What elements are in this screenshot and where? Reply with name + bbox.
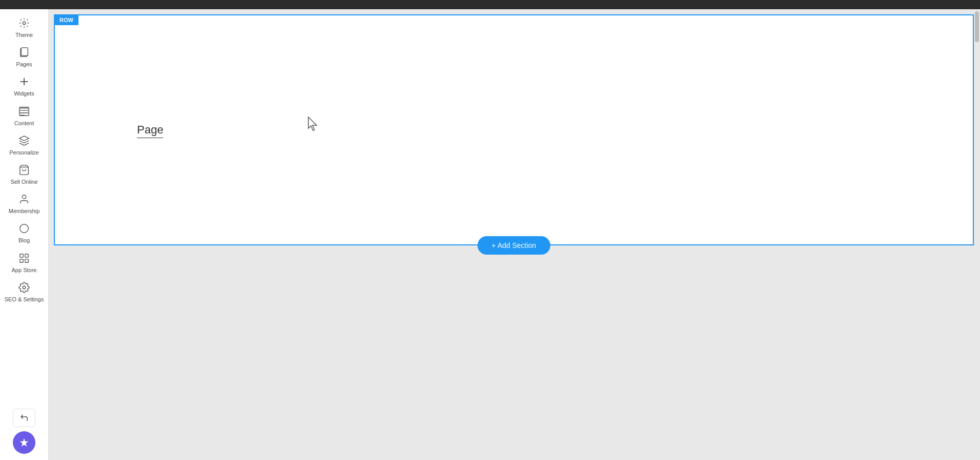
row-badge: ROW — [54, 15, 79, 25]
sidebar-item-sell-online-label: Sell Online — [10, 179, 37, 185]
sidebar-item-theme-label: Theme — [15, 32, 33, 39]
sidebar-item-widgets[interactable]: Widgets — [0, 72, 48, 101]
sidebar-item-seo-settings-label: SEO & Settings — [5, 296, 44, 303]
blog-icon — [18, 223, 30, 236]
svg-rect-11 — [20, 259, 23, 262]
sidebar-item-blog-label: Blog — [18, 237, 30, 244]
svg-point-7 — [22, 195, 26, 199]
sidebar-item-content-label: Content — [14, 120, 34, 127]
svg-rect-12 — [25, 259, 28, 262]
widgets-icon — [18, 76, 30, 89]
sidebar-item-sell-online[interactable]: Sell Online — [0, 160, 48, 189]
sidebar: Theme Pages Widgets Content — [0, 9, 49, 460]
svg-point-13 — [23, 286, 26, 289]
sidebar-item-personalize-label: Personalize — [9, 149, 38, 156]
undo-button[interactable] — [13, 409, 35, 427]
sidebar-item-seo-settings[interactable]: SEO & Settings — [0, 278, 48, 307]
svg-rect-10 — [25, 254, 28, 257]
membership-icon — [18, 194, 30, 206]
page-content: Page — [55, 15, 973, 241]
pages-icon — [18, 47, 30, 60]
personalize-icon — [18, 135, 30, 148]
sidebar-item-app-store[interactable]: App Store — [0, 248, 48, 278]
add-section-button[interactable]: + Add Section — [477, 236, 551, 255]
sidebar-item-pages-label: Pages — [16, 61, 32, 68]
seo-settings-icon — [18, 282, 30, 295]
svg-rect-9 — [20, 254, 23, 257]
sidebar-item-personalize[interactable]: Personalize — [0, 131, 48, 160]
sidebar-item-theme[interactable]: Theme — [0, 13, 48, 43]
cursor — [306, 116, 319, 128]
sidebar-item-membership[interactable]: Membership — [0, 189, 48, 219]
svg-point-0 — [23, 22, 26, 25]
page-container: ROW Page + Add Section — [54, 14, 974, 245]
sidebar-item-blog[interactable]: Blog — [0, 219, 48, 248]
sidebar-item-membership-label: Membership — [9, 208, 40, 215]
top-bar — [0, 0, 980, 9]
sidebar-bottom — [13, 409, 35, 460]
magic-button[interactable] — [13, 431, 35, 454]
content-icon — [18, 106, 30, 119]
sidebar-item-content[interactable]: Content — [0, 102, 48, 131]
svg-point-8 — [20, 224, 29, 233]
sidebar-item-app-store-label: App Store — [12, 267, 37, 274]
sidebar-item-pages[interactable]: Pages — [0, 43, 48, 72]
sell-online-icon — [18, 164, 30, 177]
page-label: Page — [137, 123, 163, 138]
main-canvas: ROW Page + Add Section — [49, 9, 980, 460]
scrollbar[interactable] — [974, 9, 980, 460]
sidebar-item-widgets-label: Widgets — [14, 90, 34, 97]
app-store-icon — [18, 253, 30, 265]
svg-rect-2 — [22, 48, 28, 56]
theme-icon — [18, 17, 30, 30]
scrollbar-thumb[interactable] — [975, 11, 979, 42]
